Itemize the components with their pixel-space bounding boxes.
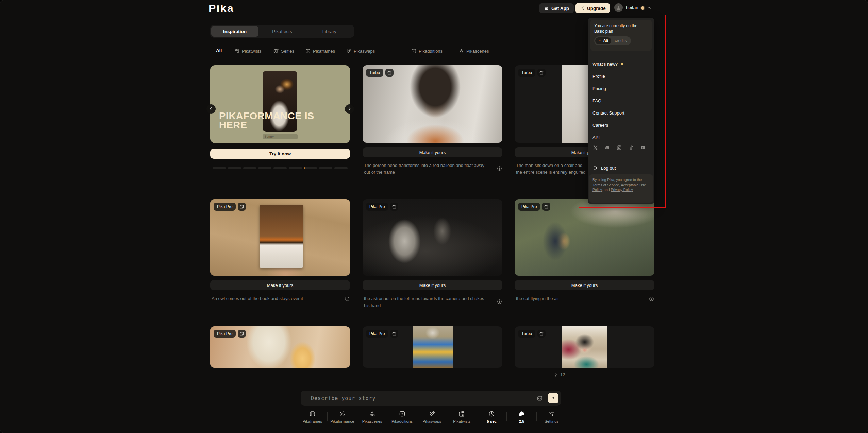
filter-all[interactable]: All xyxy=(216,48,222,53)
carousel-bar[interactable] xyxy=(213,167,226,169)
media-art xyxy=(260,205,303,268)
carousel-bar[interactable] xyxy=(273,167,287,169)
tab-pikaffects[interactable]: Pikaffects xyxy=(258,26,306,37)
carousel-bar[interactable] xyxy=(228,167,241,169)
get-app-label: Get App xyxy=(551,6,569,11)
tab-inspiration[interactable]: Inspiration xyxy=(211,26,258,37)
youtube-icon[interactable] xyxy=(640,145,646,151)
pikatwists-badge-icon xyxy=(537,330,546,338)
info-icon[interactable] xyxy=(497,299,502,305)
media-art xyxy=(562,326,607,368)
carousel-bar[interactable] xyxy=(243,167,256,169)
carousel-bar[interactable] xyxy=(319,167,332,169)
carousel-prev-button[interactable] xyxy=(206,104,216,114)
filter-selfies[interactable]: Selfies xyxy=(281,49,294,54)
clock-icon xyxy=(488,410,495,417)
menu-item-whats-new[interactable]: What's new? xyxy=(588,58,654,70)
pikatwists-icon xyxy=(458,410,465,417)
menu-item-faq[interactable]: FAQ xyxy=(588,94,654,107)
filter-pikaswaps[interactable]: Pikaswaps xyxy=(354,49,375,54)
info-icon[interactable] xyxy=(649,296,654,302)
inspiration-video-cat[interactable]: Pika Pro xyxy=(515,199,654,276)
filter-pikascenes[interactable]: Pikascenes xyxy=(466,49,489,54)
toolbar-settings[interactable]: Settings xyxy=(537,410,566,423)
info-icon[interactable] xyxy=(497,166,502,171)
promo-card-pikaformance[interactable]: funny PIKAFORMANCE IS HERE xyxy=(210,65,350,143)
discord-icon[interactable] xyxy=(604,145,610,151)
video-description: The person head transforms into a red ba… xyxy=(364,162,487,175)
menu-item-careers[interactable]: Careers xyxy=(588,119,654,131)
pikaswaps-icon xyxy=(346,48,352,54)
pika-logo[interactable]: Pika xyxy=(208,3,234,14)
video-description-row: the cat flying in the air xyxy=(516,295,654,302)
toolbar-pikaswaps[interactable]: Pikaswaps xyxy=(417,410,447,423)
menu-item-api[interactable]: API xyxy=(588,131,654,143)
filter-pikaframes[interactable]: Pikaframes xyxy=(313,49,335,54)
inspiration-video-woman[interactable]: Turbo xyxy=(363,65,502,143)
toolbar-pikadditions[interactable]: Pikadditions xyxy=(387,410,417,423)
status-dot xyxy=(641,6,644,10)
make-it-yours-button[interactable]: Make it yours xyxy=(210,280,350,290)
carousel-next-button[interactable] xyxy=(345,104,354,114)
make-it-yours-button[interactable]: Make it yours xyxy=(515,280,654,290)
inspiration-video-astronaut[interactable]: Pika Pro xyxy=(363,199,502,276)
filter-pikadditions[interactable]: Pikadditions xyxy=(419,49,443,54)
privacy-policy-link[interactable]: Privacy Policy xyxy=(611,188,633,192)
carousel-bar[interactable] xyxy=(334,167,348,169)
menu-item-contact-support[interactable]: Contact Support xyxy=(588,107,654,119)
x-icon[interactable] xyxy=(592,145,598,151)
inspiration-video-doll[interactable]: Turbo xyxy=(515,326,654,368)
pikadditions-icon xyxy=(411,48,417,54)
add-image-icon[interactable] xyxy=(536,395,543,402)
toolbar-pikascenes[interactable]: Pikascenes xyxy=(357,410,387,423)
generate-button[interactable] xyxy=(548,393,558,403)
make-it-yours-button[interactable]: Make it yours xyxy=(363,147,502,157)
toolbar-pikatwists[interactable]: Pikatwists xyxy=(447,410,477,423)
toolbar-model-version[interactable]: 2.5 xyxy=(507,410,536,423)
bolt-icon xyxy=(598,39,602,43)
story-prompt-input[interactable] xyxy=(301,391,536,406)
toolbar-duration[interactable]: 5 sec xyxy=(477,410,506,423)
menu-item-pricing[interactable]: Pricing xyxy=(588,82,654,94)
sparkles-icon xyxy=(580,5,585,11)
logout-button[interactable]: Log out xyxy=(592,162,616,174)
tiktok-icon[interactable] xyxy=(628,145,634,151)
chevron-up-icon[interactable] xyxy=(647,5,652,11)
prompt-bar xyxy=(301,391,561,406)
inspiration-video-bedroom[interactable]: Pika Pro xyxy=(210,326,350,368)
media-art xyxy=(413,326,453,368)
inspiration-video-parrot[interactable]: Pika Pro xyxy=(363,326,502,368)
carousel-bar-active[interactable] xyxy=(304,167,317,169)
pikatwists-badge-icon xyxy=(390,330,398,338)
upgrade-button[interactable]: Upgrade xyxy=(575,3,610,13)
tab-library[interactable]: Library xyxy=(306,26,353,37)
credits-value: 80 xyxy=(603,38,608,44)
carousel-bar[interactable] xyxy=(289,167,302,169)
pikatwists-badge-icon xyxy=(238,203,246,211)
terms-of-service-link[interactable]: Terms of Service xyxy=(592,183,619,187)
filter-pikatwists[interactable]: Pikatwists xyxy=(242,49,262,54)
carousel-bar[interactable] xyxy=(258,167,271,169)
get-app-button[interactable]: Get App xyxy=(539,3,574,13)
terms-footer: By using Pika, you agree to the Terms of… xyxy=(589,174,653,203)
info-icon[interactable] xyxy=(344,296,350,302)
video-description: An owl comes out of the book and stays o… xyxy=(212,295,335,302)
pikatwists-badge-icon xyxy=(542,203,550,211)
toolbar-pikaformance[interactable]: Pikaformance xyxy=(328,410,357,423)
try-it-now-button[interactable]: Try it now xyxy=(210,149,350,159)
menu-item-profile[interactable]: Profile xyxy=(588,70,654,82)
toolbar-pikaframes[interactable]: Pikaframes xyxy=(298,410,327,423)
make-it-yours-button[interactable]: Make it yours xyxy=(363,280,502,290)
inspiration-video-book[interactable]: Pika Pro xyxy=(210,199,350,276)
video-description-row: The person head transforms into a red ba… xyxy=(364,162,502,175)
pikaframes-icon xyxy=(305,48,311,54)
pikatwists-badge-icon xyxy=(238,330,246,338)
avatar[interactable] xyxy=(614,3,623,12)
username[interactable]: heitan xyxy=(626,5,638,10)
pikaframes-icon xyxy=(309,410,316,417)
model-badge: Pika Pro xyxy=(366,330,388,338)
instagram-icon[interactable] xyxy=(616,145,622,151)
plan-text: You are currently on the Basic plan xyxy=(594,23,648,34)
credits-pill: 80 credits xyxy=(594,36,631,45)
pika-app-window: Pika Get App Upgrade heitan Inspiration … xyxy=(0,0,868,433)
